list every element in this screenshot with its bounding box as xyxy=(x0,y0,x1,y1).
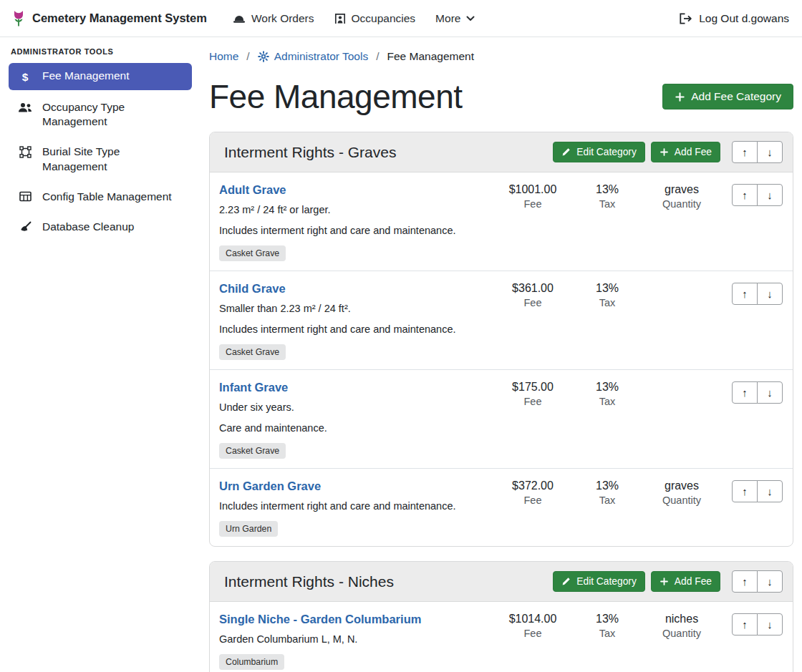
breadcrumb: Home / Administrator Tools / Fee Managem… xyxy=(209,47,793,64)
logout-button[interactable]: Log Out d.gowans xyxy=(677,6,791,31)
move-up-button[interactable]: ↑ xyxy=(732,283,758,305)
fee-description: Care and maintenance. xyxy=(219,421,496,436)
move-down-button[interactable]: ↓ xyxy=(757,570,783,593)
add-fee-label: Add Fee xyxy=(675,147,712,157)
fee-quantity-label: Quantity xyxy=(644,198,719,210)
move-up-button[interactable]: ↑ xyxy=(732,570,758,593)
fee-badge: Casket Grave xyxy=(219,443,286,459)
main-nav: Work Orders Occupancies More xyxy=(223,6,485,31)
vector-square-icon xyxy=(17,146,33,158)
fee-amount-label: Fee xyxy=(496,396,570,407)
sidebar-item-config-table-management[interactable]: Config Table Management xyxy=(9,184,192,210)
sidebar-item-fee-management[interactable]: $ Fee Management xyxy=(9,63,192,90)
add-fee-label: Add Fee xyxy=(675,576,712,587)
fee-reorder-group: ↑ ↓ xyxy=(732,480,783,502)
add-fee-category-button[interactable]: Add Fee Category xyxy=(662,84,793,109)
fee-amount-col: $175.00 Fee xyxy=(496,381,570,407)
fee-tax-col: 13% Tax xyxy=(570,479,644,506)
move-down-button[interactable]: ↓ xyxy=(757,381,783,404)
fee-amount-label: Fee xyxy=(496,297,570,308)
move-down-button[interactable]: ↓ xyxy=(757,184,783,206)
edit-category-label: Edit Category xyxy=(576,147,637,157)
category-header: Interment Rights - Niches Edit Category … xyxy=(210,562,793,602)
app-brand[interactable]: Cemetery Management System xyxy=(11,9,207,28)
fee-descriptions: Garden Columbarium L, M, N. xyxy=(219,632,496,647)
fee-row: Adult Grave 2.23 m² / 24 ft² or larger.I… xyxy=(210,172,793,271)
move-up-button[interactable]: ↑ xyxy=(732,141,758,163)
fee-reorder-group: ↑ ↓ xyxy=(732,613,783,636)
nav-item-work-orders[interactable]: Work Orders xyxy=(223,6,324,31)
fee-amount-col: $361.00 Fee xyxy=(496,282,570,308)
move-down-button[interactable]: ↓ xyxy=(757,613,783,636)
fee-rows: Single Niche - Garden Columbarium Garden… xyxy=(210,602,793,672)
move-up-button[interactable]: ↑ xyxy=(732,184,758,206)
add-fee-category-label: Add Fee Category xyxy=(691,90,781,103)
sidebar-item-label: Occupancy Type Management xyxy=(42,100,183,129)
sidebar-item-label: Fee Management xyxy=(42,69,130,83)
table-icon xyxy=(17,191,33,202)
fee-quantity-label: Quantity xyxy=(644,495,719,506)
fee-tax-label: Tax xyxy=(570,396,644,407)
category-title: Interment Rights - Niches xyxy=(224,573,547,590)
fee-amount-value: $372.00 xyxy=(496,479,570,492)
fee-tax-col: 13% Tax xyxy=(570,613,644,639)
category-title: Interment Rights - Graves xyxy=(224,144,547,161)
breadcrumb-current: Fee Management xyxy=(387,50,475,63)
fee-amount-col: $1014.00 Fee xyxy=(496,613,570,639)
fee-quantity-col: graves Quantity xyxy=(644,183,719,210)
sidebar-item-database-cleanup[interactable]: Database Cleanup xyxy=(9,214,192,240)
nav-item-occupancies[interactable]: Occupancies xyxy=(324,6,426,31)
fee-description: Smaller than 2.23 m² / 24 ft². xyxy=(219,301,496,316)
fee-name-link[interactable]: Child Grave xyxy=(219,282,286,296)
fee-quantity-col: niches Quantity xyxy=(644,613,719,639)
add-fee-button[interactable]: Add Fee xyxy=(651,142,720,162)
app-title: Cemetery Management System xyxy=(32,11,207,25)
fee-description: 2.23 m² / 24 ft² or larger. xyxy=(219,203,496,218)
breadcrumb-home-link[interactable]: Home xyxy=(209,50,238,63)
fee-quantity-col: graves Quantity xyxy=(644,479,719,506)
fee-tax-value: 13% xyxy=(570,381,644,394)
hard-hat-icon xyxy=(233,13,246,24)
fee-row: Single Niche - Garden Columbarium Garden… xyxy=(210,602,793,672)
fee-info: Infant Grave Under six years.Care and ma… xyxy=(219,381,496,459)
move-down-button[interactable]: ↓ xyxy=(757,480,783,502)
fee-descriptions: 2.23 m² / 24 ft² or larger.Includes inte… xyxy=(219,203,496,238)
fee-quantity-value: graves xyxy=(644,479,719,492)
category-reorder-group: ↑ ↓ xyxy=(732,141,783,163)
fee-tax-col: 13% Tax xyxy=(570,183,644,210)
fee-name-link[interactable]: Urn Garden Grave xyxy=(219,479,321,493)
move-down-button[interactable]: ↓ xyxy=(757,141,783,163)
fee-description: Garden Columbarium L, M, N. xyxy=(219,632,496,647)
move-up-button[interactable]: ↑ xyxy=(732,381,758,404)
fee-descriptions: Includes interment right and care and ma… xyxy=(219,499,496,514)
fee-descriptions: Smaller than 2.23 m² / 24 ft².Includes i… xyxy=(219,301,496,337)
sidebar-item-burial-site-type-management[interactable]: Burial Site Type Management xyxy=(9,139,192,179)
move-up-button[interactable]: ↑ xyxy=(732,480,758,502)
add-fee-button[interactable]: Add Fee xyxy=(651,571,720,592)
fee-name-link[interactable]: Infant Grave xyxy=(219,381,288,394)
fee-tax-value: 13% xyxy=(570,282,644,295)
edit-category-button[interactable]: Edit Category xyxy=(553,142,645,162)
fee-info: Urn Garden Grave Includes interment righ… xyxy=(219,479,496,537)
nav-item-label: Work Orders xyxy=(251,12,314,25)
fee-amount-label: Fee xyxy=(496,198,570,210)
fee-amount-label: Fee xyxy=(496,628,570,639)
fee-name-link[interactable]: Single Niche - Garden Columbarium xyxy=(219,613,421,626)
edit-category-button[interactable]: Edit Category xyxy=(553,571,645,592)
sidebar: Administrator Tools $ Fee Management Occ… xyxy=(0,37,200,254)
fee-reorder-group: ↑ ↓ xyxy=(732,381,783,404)
sidebar-item-label: Burial Site Type Management xyxy=(42,145,183,173)
nav-item-more[interactable]: More xyxy=(425,6,485,31)
fee-amount-value: $175.00 xyxy=(496,381,570,394)
sidebar-item-label: Database Cleanup xyxy=(42,220,134,234)
breadcrumb-admin-tools-link[interactable]: Administrator Tools xyxy=(258,50,369,63)
fee-name-link[interactable]: Adult Grave xyxy=(219,183,286,197)
sidebar-heading: Administrator Tools xyxy=(11,47,192,56)
move-down-button[interactable]: ↓ xyxy=(757,283,783,305)
sidebar-item-occupancy-type-management[interactable]: Occupancy Type Management xyxy=(9,94,192,135)
fee-amount-label: Fee xyxy=(496,495,570,506)
users-icon xyxy=(17,102,33,113)
fee-reorder-group: ↑ ↓ xyxy=(732,184,783,206)
move-up-button[interactable]: ↑ xyxy=(732,613,758,636)
main-content: Home / Administrator Tools / Fee Managem… xyxy=(200,37,802,672)
